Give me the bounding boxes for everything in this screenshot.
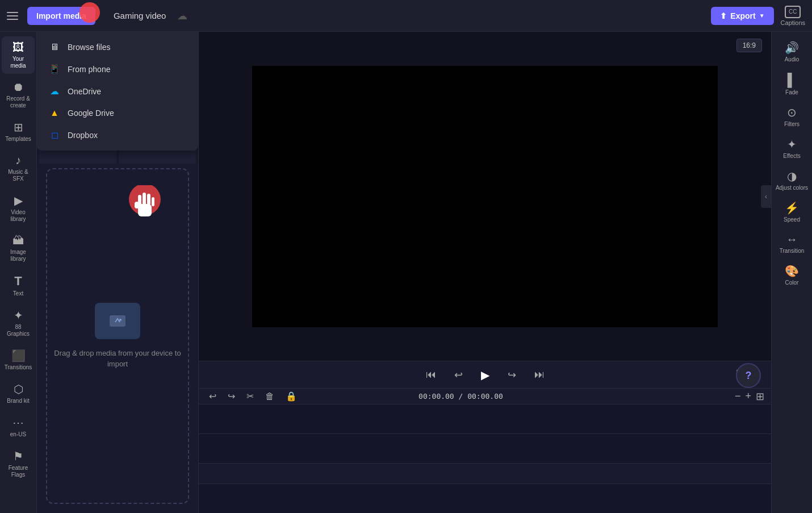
lock-button[interactable]: 🔒	[282, 389, 300, 404]
sidebar-label-transitions: Transitions	[5, 364, 32, 371]
sidebar-label-templates: Templates	[5, 136, 31, 143]
image-library-icon: 🏔	[12, 234, 24, 247]
playback-controls: ⏮ ↩ ▶ ↪ ⏭ ⛶	[199, 361, 771, 388]
undo-button[interactable]: ↩	[206, 389, 220, 404]
drag-drop-area[interactable]: Drag & drop media from your device to im…	[46, 168, 189, 504]
google-drive-label: Google Drive	[68, 109, 114, 118]
your-media-icon: 🖼	[12, 41, 24, 54]
center-area: 16:9 ‹ ⏮ ↩ ▶ ↪ ⏭ ⛶ ↩ ↪ ✂ 🗑 🔒 00:00.00 /	[199, 32, 771, 513]
media-panel: 🖥 Browse files 📱 From phone ☁ OneDrive ▲…	[37, 32, 199, 513]
filters-label: Filters	[784, 121, 800, 127]
right-item-adjust-colors[interactable]: ◑ Adjust colors	[773, 165, 811, 195]
zoom-in-button[interactable]: +	[745, 390, 751, 402]
track-row-2	[199, 434, 771, 464]
menu-icon[interactable]	[7, 8, 23, 24]
from-phone-item[interactable]: 📱 From phone	[37, 58, 198, 80]
right-sidebar: 🔊 Audio ▌ Fade ⊙ Filters ✦ Effects ◑ Adj…	[771, 32, 812, 513]
sidebar-item-feature-flags[interactable]: ⋯ en-US	[2, 411, 35, 443]
cloud-save-icon: ☁	[177, 10, 187, 22]
redo-button[interactable]: ↪	[224, 389, 238, 404]
browse-files-item[interactable]: 🖥 Browse files	[37, 36, 198, 58]
video-library-icon: ▶	[14, 194, 23, 207]
music-sfx-icon: ♪	[15, 154, 21, 167]
right-item-audio[interactable]: 🔊 Audio	[773, 36, 811, 67]
sidebar-item-video-library[interactable]: ▶ Video library	[2, 189, 35, 227]
step-forward-button[interactable]: ↪	[505, 366, 518, 383]
import-dropdown: 🖥 Browse files 📱 From phone ☁ OneDrive ▲…	[37, 32, 198, 151]
help-button[interactable]: ?	[736, 363, 761, 388]
sidebar-item-music-sfx[interactable]: ♪ Music & SFX	[2, 149, 35, 187]
right-item-transition[interactable]: ↔ Transition	[773, 228, 811, 258]
right-item-effects[interactable]: ✦ Effects	[773, 133, 811, 164]
brand-kit-icon: ⬡	[14, 382, 23, 396]
adjust-colors-icon: ◑	[787, 169, 797, 183]
dropbox-label: Dropbox	[68, 131, 98, 140]
cut-button[interactable]: ✂	[243, 389, 257, 404]
export-label: Export	[730, 11, 755, 20]
sidebar-item-locale[interactable]: ⚑ Feature Flags	[2, 445, 35, 483]
zoom-out-button[interactable]: −	[735, 390, 741, 402]
google-drive-icon: ▲	[48, 108, 61, 118]
import-highlight-circle	[79, 2, 100, 23]
fade-icon: ▌	[788, 73, 797, 87]
collapse-panel-button[interactable]: ‹	[761, 185, 771, 208]
sidebar-item-graphics[interactable]: ✦ 88 Graphics	[2, 304, 35, 342]
color-icon: 🎨	[785, 264, 799, 278]
filters-icon: ⊙	[787, 106, 797, 119]
timeline-area: ↩ ↪ ✂ 🗑 🔒 00:00.00 / 00:00.00 − + ⊞	[199, 388, 771, 513]
sidebar-label-video-library: Video library	[4, 209, 32, 223]
sidebar-item-your-media[interactable]: 🖼 Your media	[2, 36, 35, 74]
sidebar-item-brand-kit[interactable]: ⬡ Brand kit	[2, 378, 35, 409]
drag-drop-icon	[95, 303, 140, 339]
transition-icon: ↔	[786, 233, 798, 246]
timeline-tracks	[199, 404, 771, 513]
skip-to-start-button[interactable]: ⏮	[424, 366, 438, 383]
right-item-color[interactable]: 🎨 Color	[773, 260, 811, 290]
play-button[interactable]: ▶	[479, 366, 492, 384]
onedrive-label: OneDrive	[68, 87, 101, 96]
effects-label: Effects	[783, 153, 800, 159]
sidebar-item-image-library[interactable]: 🏔 Image library	[2, 230, 35, 267]
drag-drop-text: Drag & drop media from your device to im…	[47, 348, 188, 369]
speed-label: Speed	[784, 216, 800, 223]
browse-files-label: Browse files	[68, 43, 110, 52]
export-icon: ⬆	[720, 11, 727, 20]
svg-rect-0	[110, 315, 125, 327]
delete-button[interactable]: 🗑	[262, 389, 278, 404]
captions-label: Captions	[781, 19, 805, 26]
sidebar-label-music-sfx: Music & SFX	[4, 169, 32, 182]
effects-icon: ✦	[787, 137, 797, 151]
color-label: Color	[785, 280, 799, 286]
sidebar-item-transitions[interactable]: ⬛ Transitions	[2, 344, 35, 376]
google-drive-item[interactable]: ▲ Google Drive	[37, 102, 198, 124]
graphics-icon: ✦	[14, 308, 23, 322]
right-item-fade[interactable]: ▌ Fade	[773, 68, 811, 100]
add-track-row[interactable]	[199, 464, 771, 484]
aspect-ratio-badge[interactable]: 16:9	[736, 39, 762, 52]
time-separator: /	[459, 392, 468, 401]
captions-button[interactable]: CC Captions	[781, 6, 805, 26]
step-back-button[interactable]: ↩	[452, 366, 465, 383]
locale-icon: ⚑	[13, 449, 23, 463]
sidebar-label-locale: Feature Flags	[4, 465, 32, 478]
sidebar-label-your-media: Your media	[4, 56, 32, 69]
text-icon: T	[14, 274, 22, 289]
right-item-speed[interactable]: ⚡ Speed	[773, 197, 811, 227]
adjust-colors-label: Adjust colors	[776, 185, 808, 191]
export-chevron-icon: ▼	[759, 12, 765, 19]
svg-point-1	[119, 319, 122, 321]
record-icon: ⏺	[12, 81, 24, 94]
sidebar-item-record[interactable]: ⏺ Record &create	[2, 76, 35, 114]
fade-label: Fade	[785, 89, 798, 95]
fit-to-window-button[interactable]: ⊞	[756, 390, 764, 403]
sidebar-label-graphics: 88 Graphics	[4, 324, 32, 337]
dropbox-item[interactable]: ◻ Dropbox	[37, 124, 198, 146]
timecode-display: 00:00.00 / 00:00.00	[418, 392, 503, 401]
from-phone-label: From phone	[68, 65, 110, 74]
onedrive-item[interactable]: ☁ OneDrive	[37, 80, 198, 102]
sidebar-item-templates[interactable]: ⊞ Templates	[2, 116, 35, 147]
export-button[interactable]: ⬆ Export ▼	[711, 7, 773, 25]
sidebar-item-text[interactable]: T Text	[2, 269, 35, 302]
skip-to-end-button[interactable]: ⏭	[532, 366, 547, 383]
right-item-filters[interactable]: ⊙ Filters	[773, 101, 811, 132]
